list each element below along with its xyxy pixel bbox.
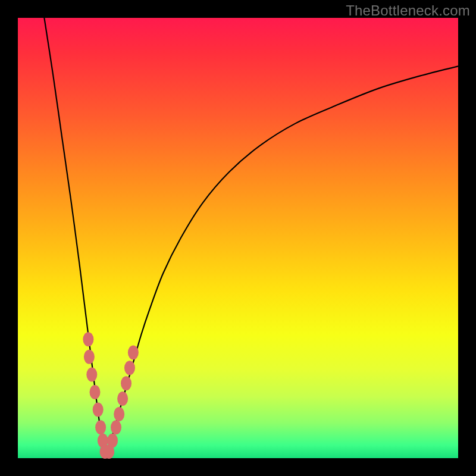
highlight-dot <box>124 361 135 375</box>
curve-right <box>106 66 458 458</box>
highlight-dot <box>128 345 139 359</box>
highlight-dot <box>86 367 97 381</box>
highlight-dot <box>107 433 118 447</box>
highlight-dot <box>90 385 101 399</box>
highlight-dot <box>114 407 124 421</box>
highlight-dots-group <box>83 332 138 459</box>
highlight-dot <box>121 376 131 390</box>
highlight-dot <box>111 420 121 434</box>
watermark-text: TheBottleneck.com <box>346 2 470 19</box>
highlight-dot <box>83 332 93 346</box>
highlight-dot <box>95 420 106 434</box>
chart-svg <box>18 18 458 458</box>
highlight-dot <box>84 350 95 364</box>
highlight-dot <box>117 392 128 406</box>
plot-area <box>18 18 458 458</box>
chart-frame: TheBottleneck.com <box>0 0 476 476</box>
highlight-dot <box>93 403 104 417</box>
